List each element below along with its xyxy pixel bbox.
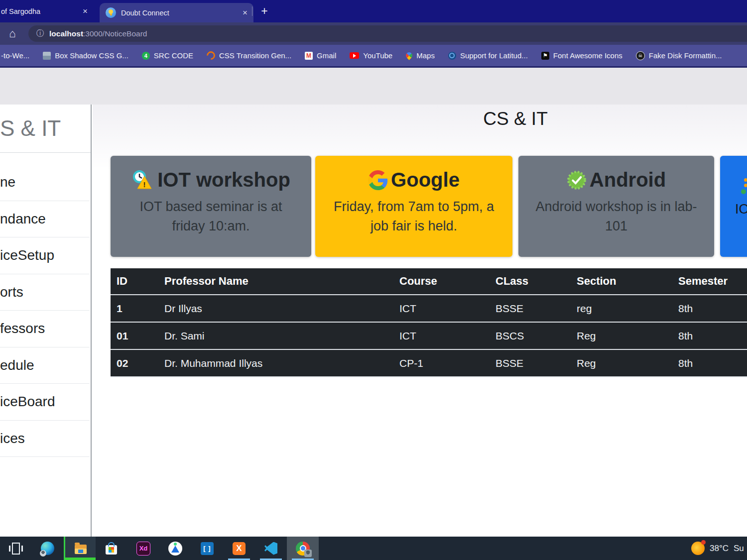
notice-card-google: Google Friday, from 7am to 5pm, a job fa… [315,156,512,257]
cell-id: 1 [111,295,158,322]
cell-course: CP-1 [393,349,490,377]
sidebar-item[interactable]: edule [0,347,90,384]
bookmark-item[interactable]: Fake Disk Formattin... [636,51,722,60]
sidebar-item[interactable]: orts [0,274,90,311]
table-header-cell: Section [571,268,672,295]
partial-card-icon [741,178,747,196]
card-body: IOT based seminar is at friday 10:am. [111,197,311,236]
site-info-icon[interactable]: ⓘ [36,28,44,39]
sidebar-item-label: iceSetup [0,247,54,263]
tab-university-of-sargodha[interactable]: of Sargodha × [0,0,94,22]
sidebar-item-label: iceBoard [0,394,55,410]
url-path: :3000/NoticeBoard [83,29,147,38]
tab-strip: of Sargodha × Doubt Connect × + [0,0,747,22]
card-title: Google [391,169,460,191]
bookmark-favicon-icon [448,52,456,60]
cell-semester: 8th [672,295,747,322]
taskbar-app-button[interactable] [159,537,191,560]
bookmark-label: SRC CODE [154,51,193,60]
verified-badge-icon [567,170,587,190]
table-header-cell: Professor Name [158,268,393,295]
cell-class: BSSE [490,295,571,322]
taskbar-app-button[interactable] [255,537,287,560]
bookmark-favicon-icon [205,49,217,61]
sidebar-item[interactable]: ne [0,164,90,201]
bookmark-favicon-icon [142,52,150,60]
taskbar-app-icon [73,541,88,556]
taskbar-app-icon: X [232,541,247,556]
card-body: Android workshop is in lab-101 [518,197,714,236]
sidebar: S & IT ne ndance iceSetup orts fessors [0,105,92,537]
tab-doubt-connect[interactable]: Doubt Connect × [100,3,253,22]
bookmark-label: Gmail [317,51,336,60]
url-bar[interactable]: ⓘ localhost :3000/NoticeBoard [28,25,747,42]
notice-card-android: Android Android workshop is in lab-101 [518,156,714,257]
alarm-warning-icon: ! [131,170,154,191]
notice-card-partial: IO [720,156,747,257]
close-tab-icon[interactable]: × [243,8,248,18]
taskbar-app-icon [8,541,23,556]
cell-section: Reg [571,349,672,377]
taskbar-app-button[interactable] [0,537,32,560]
taskbar-app-button[interactable] [32,537,64,560]
bookmark-label: Font Awesome Icons [553,51,622,60]
bookmark-favicon-icon [541,52,549,60]
home-icon[interactable]: ⌂ [5,25,20,42]
table-header-cell: CLass [490,268,571,295]
bookmark-item[interactable]: Gmail [305,51,336,60]
weather-widget[interactable]: 38°C Su [691,537,744,560]
taskbar-app-icon [295,541,310,556]
bookmark-item[interactable]: -to-We... [1,51,29,60]
taskbar-app-button[interactable]: Xd [127,537,159,560]
card-title: Android [590,169,666,191]
taskbar-app-button[interactable]: [ ] [191,537,223,560]
bookmark-item[interactable]: YouTube [350,51,392,60]
card-body: Friday, from 7am to 5pm, a job fair is h… [315,197,512,236]
sidebar-item-label: orts [0,284,23,300]
sidebar-item[interactable]: ices [0,421,90,457]
page-header-band [0,68,747,105]
tab-title: of Sargodha [1,7,40,15]
cell-semester: 8th [672,322,747,349]
lightbulb-favicon-icon [106,7,116,18]
cell-class: BSSE [490,349,571,377]
taskbar-app-button[interactable] [96,537,127,560]
bookmark-item[interactable]: Box Shadow CSS G... [43,51,128,60]
sidebar-item[interactable]: ndance [0,201,90,238]
bookmark-favicon-icon [305,52,313,60]
taskbar-app-icon: [ ] [200,541,215,556]
bookmark-item[interactable]: Font Awesome Icons [541,51,622,60]
windows-taskbar: Xd [ ] X [0,537,747,560]
bookmark-label: Fake Disk Formattin... [649,51,722,60]
cell-professor-name: Dr. Sami [158,322,393,349]
tab-separator [252,6,252,16]
taskbar-app-button[interactable] [64,537,96,560]
new-tab-button[interactable]: + [257,3,272,18]
table-row: 02 Dr. Muhammad Illyas CP-1 BSSE Reg 8th [111,349,747,377]
taskbar-app-button[interactable] [287,537,319,560]
sidebar-item[interactable]: iceSetup [0,237,90,274]
svg-text:!: ! [143,180,146,189]
taskbar-app-icon: Xd [136,541,151,556]
bookmark-favicon-icon [350,52,359,59]
cell-professor-name: Dr Illyas [158,295,393,322]
sidebar-item[interactable]: iceBoard [0,384,90,421]
page-title: CS & IT [448,109,583,129]
cell-section: Reg [571,322,672,349]
sidebar-item-label: fessors [0,321,45,336]
bookmark-favicon-icon [43,52,51,60]
bookmark-item[interactable]: CSS Transition Gen... [207,51,291,60]
cell-professor-name: Dr. Muhammad Illyas [158,349,393,377]
sidebar-item[interactable]: fessors [0,311,90,347]
bookmark-label: CSS Transition Gen... [219,51,291,60]
bookmark-item[interactable]: SRC CODE [142,51,193,60]
taskbar-app-icon [263,541,278,556]
taskbar-app-button[interactable]: X [223,537,255,560]
taskbar-app-icon [104,541,119,556]
taskbar-app-icon [40,541,55,556]
bookmark-item[interactable]: Maps [406,51,435,60]
close-tab-icon[interactable]: × [83,6,88,16]
sidebar-item-label: ne [0,174,15,190]
bookmark-item[interactable]: Support for Latitud... [448,51,528,60]
table-header-cell: ID [111,268,158,295]
